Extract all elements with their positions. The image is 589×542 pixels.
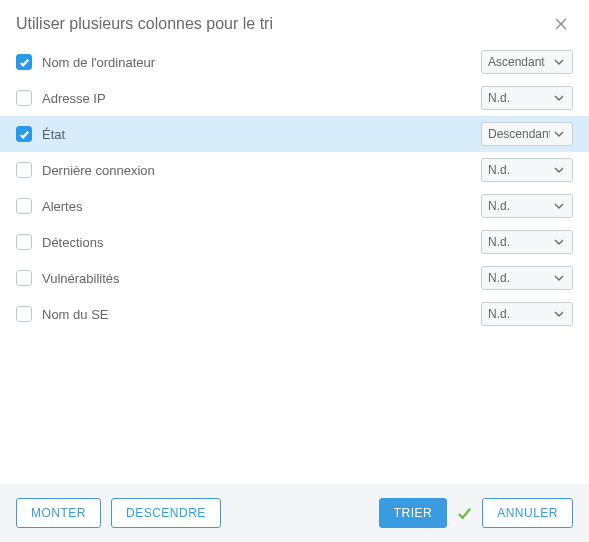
- sort-order-select[interactable]: AscendantDescendantN.d.: [481, 302, 573, 326]
- column-checkbox[interactable]: [16, 306, 32, 322]
- check-icon: [457, 506, 472, 521]
- check-icon: [19, 129, 30, 140]
- dialog-header: Utiliser plusieurs colonnes pour le tri: [0, 0, 589, 44]
- column-row[interactable]: VulnérabilitésAscendantDescendantN.d.: [0, 260, 589, 296]
- sort-order-select[interactable]: AscendantDescendantN.d.: [481, 86, 573, 110]
- column-label: Vulnérabilités: [42, 271, 471, 286]
- column-row[interactable]: Dernière connexionAscendantDescendantN.d…: [0, 152, 589, 188]
- column-label: Nom du SE: [42, 307, 471, 322]
- column-label: État: [42, 127, 471, 142]
- cancel-button[interactable]: ANNULER: [482, 498, 573, 528]
- column-row[interactable]: DétectionsAscendantDescendantN.d.: [0, 224, 589, 260]
- column-label: Adresse IP: [42, 91, 471, 106]
- column-row[interactable]: Adresse IPAscendantDescendantN.d.: [0, 80, 589, 116]
- column-checkbox[interactable]: [16, 126, 32, 142]
- column-checkbox[interactable]: [16, 198, 32, 214]
- move-up-button[interactable]: MONTER: [16, 498, 101, 528]
- sort-order-select[interactable]: AscendantDescendantN.d.: [481, 158, 573, 182]
- sort-button[interactable]: TRIER: [379, 498, 448, 528]
- sort-order-select[interactable]: AscendantDescendantN.d.: [481, 230, 573, 254]
- column-row[interactable]: Nom de l'ordinateurAscendantDescendantN.…: [0, 44, 589, 80]
- sort-order-select[interactable]: AscendantDescendantN.d.: [481, 194, 573, 218]
- move-down-button[interactable]: DESCENDRE: [111, 498, 221, 528]
- dialog-title: Utiliser plusieurs colonnes pour le tri: [16, 15, 273, 33]
- sort-order-select[interactable]: AscendantDescendantN.d.: [481, 266, 573, 290]
- column-label: Alertes: [42, 199, 471, 214]
- close-button[interactable]: [551, 14, 571, 34]
- sort-success-indicator: [457, 506, 472, 521]
- column-label: Détections: [42, 235, 471, 250]
- column-row[interactable]: AlertesAscendantDescendantN.d.: [0, 188, 589, 224]
- column-label: Dernière connexion: [42, 163, 471, 178]
- close-icon: [554, 17, 568, 31]
- dialog-footer: MONTER DESCENDRE TRIER ANNULER: [0, 484, 589, 542]
- sort-order-select[interactable]: AscendantDescendantN.d.: [481, 122, 573, 146]
- check-icon: [19, 57, 30, 68]
- sort-order-select[interactable]: AscendantDescendantN.d.: [481, 50, 573, 74]
- column-checkbox[interactable]: [16, 54, 32, 70]
- column-checkbox[interactable]: [16, 162, 32, 178]
- column-checkbox[interactable]: [16, 90, 32, 106]
- column-row[interactable]: Nom du SEAscendantDescendantN.d.: [0, 296, 589, 332]
- column-checkbox[interactable]: [16, 270, 32, 286]
- column-list: Nom de l'ordinateurAscendantDescendantN.…: [0, 44, 589, 484]
- column-label: Nom de l'ordinateur: [42, 55, 471, 70]
- column-row[interactable]: ÉtatAscendantDescendantN.d.: [0, 116, 589, 152]
- column-checkbox[interactable]: [16, 234, 32, 250]
